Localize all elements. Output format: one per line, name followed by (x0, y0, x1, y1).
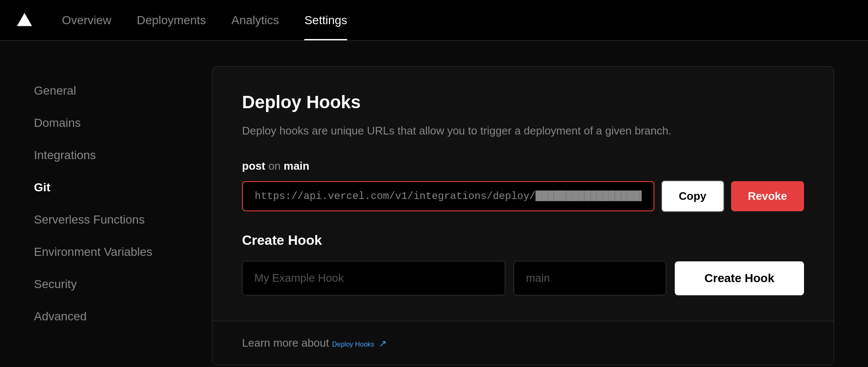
hook-branch-input[interactable] (514, 261, 666, 295)
sidebar-item-integrations[interactable]: Integrations (34, 139, 212, 171)
nav-deployments[interactable]: Deployments (124, 0, 219, 40)
external-link-icon: ↗ (379, 338, 387, 349)
main-layout: General Domains Integrations Git Serverl… (0, 41, 868, 367)
nav-analytics[interactable]: Analytics (219, 0, 292, 40)
hook-method: post (242, 160, 265, 172)
hook-name-input[interactable] (242, 261, 505, 295)
nav-links: Overview Deployments Analytics Settings (49, 0, 360, 40)
hook-on-text: on (268, 160, 284, 172)
content-panel: Deploy Hooks Deploy hooks are unique URL… (212, 66, 834, 365)
footer-text: Learn more about (242, 336, 332, 349)
panel-description: Deploy hooks are unique URLs that allow … (242, 123, 804, 139)
panel-footer: Learn more about Deploy Hooks ↗ (212, 321, 834, 365)
sidebar-item-domains[interactable]: Domains (34, 107, 212, 139)
sidebar-item-general[interactable]: General (34, 75, 212, 107)
top-nav: Overview Deployments Analytics Settings (0, 0, 868, 41)
create-hook-row: Create Hook (242, 261, 804, 295)
hook-method-label: post on main (242, 160, 804, 173)
sidebar-item-security[interactable]: Security (34, 268, 212, 300)
sidebar-item-environment-variables[interactable]: Environment Variables (34, 236, 212, 268)
hook-url-input[interactable] (242, 181, 654, 211)
hook-branch-label: main (284, 160, 309, 172)
sidebar-item-serverless-functions[interactable]: Serverless Functions (34, 204, 212, 236)
nav-overview[interactable]: Overview (49, 0, 124, 40)
create-hook-section: Create Hook Create Hook (242, 233, 804, 295)
copy-button[interactable]: Copy (661, 180, 724, 212)
panel-title: Deploy Hooks (242, 92, 804, 112)
panel-body: Deploy Hooks Deploy hooks are unique URL… (212, 67, 834, 321)
create-hook-title: Create Hook (242, 233, 804, 248)
sidebar-item-advanced[interactable]: Advanced (34, 300, 212, 333)
create-hook-button[interactable]: Create Hook (675, 261, 804, 295)
hook-url-row: Copy Revoke (242, 180, 804, 212)
nav-settings[interactable]: Settings (292, 0, 360, 40)
sidebar: General Domains Integrations Git Serverl… (34, 66, 212, 365)
logo[interactable] (17, 12, 32, 29)
deploy-hooks-link[interactable]: Deploy Hooks (332, 341, 374, 348)
revoke-button[interactable]: Revoke (731, 181, 804, 211)
sidebar-item-git[interactable]: Git (34, 171, 212, 204)
